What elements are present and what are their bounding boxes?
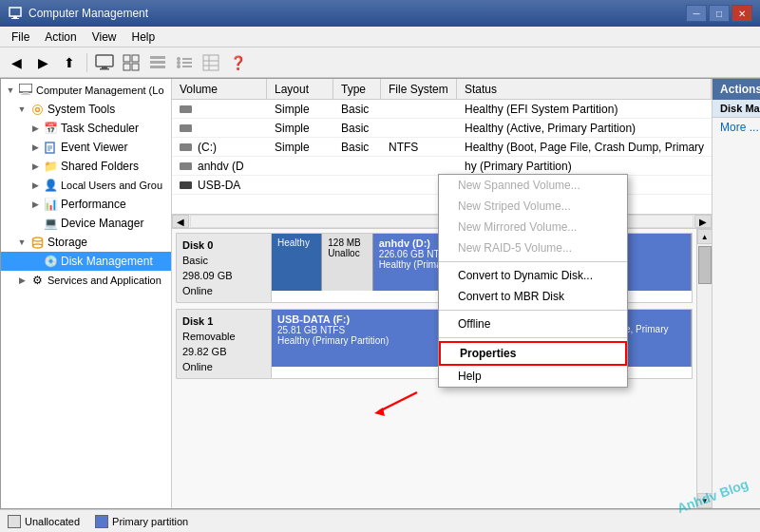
tree-item-performance[interactable]: ▶ 📊 Performance — [1, 195, 171, 214]
view-btn-4[interactable] — [199, 51, 223, 74]
view-btn-3[interactable] — [172, 51, 197, 74]
ctx-new-spanned[interactable]: New Spanned Volume... — [439, 175, 627, 196]
menu-help[interactable]: Help — [124, 28, 163, 46]
actions-item-more[interactable]: More ... ▶ — [712, 118, 760, 137]
svg-rect-36 — [180, 105, 192, 113]
primary-label: Primary partition — [112, 516, 188, 527]
ctx-sep-1 — [439, 261, 627, 262]
tree-label: System Tools — [48, 103, 115, 116]
context-menu: New Spanned Volume... New Striped Volume… — [438, 174, 628, 388]
view-btn-1[interactable] — [119, 51, 143, 74]
col-volume[interactable]: Volume — [172, 79, 267, 99]
ctx-properties[interactable]: Properties — [439, 341, 627, 366]
window-title: Computer Management — [28, 7, 686, 20]
unallocated-label: Unallocated — [25, 516, 80, 527]
disk-icon: 💿 — [43, 254, 58, 269]
tree-item-local-users[interactable]: ▶ 👤 Local Users and Grou — [1, 176, 171, 195]
col-layout[interactable]: Layout — [267, 79, 333, 99]
tree-item-disk-management[interactable]: 💿 Disk Management — [1, 252, 171, 271]
up-button[interactable]: ⬆ — [57, 51, 82, 74]
view-btn-2[interactable] — [145, 51, 170, 74]
scroll-down-btn[interactable]: ▼ — [697, 493, 712, 508]
table-row[interactable]: (C:) Simple Basic NTFS Healthy (Boot, Pa… — [172, 138, 712, 157]
back-button[interactable]: ◀ — [4, 51, 28, 74]
expand-icon: ▶ — [28, 178, 43, 193]
tree-item-storage[interactable]: ▼ Storage — [1, 233, 171, 252]
gear-icon — [29, 102, 45, 117]
services-icon: ⚙ — [29, 273, 45, 288]
svg-rect-11 — [150, 61, 165, 64]
folder-icon: 📁 — [43, 159, 58, 174]
col-status[interactable]: Status — [457, 79, 712, 99]
svg-rect-9 — [132, 64, 139, 70]
menu-view[interactable]: View — [85, 28, 124, 46]
tree-label: Computer Management (Lo — [36, 85, 164, 96]
svg-rect-12 — [150, 66, 165, 68]
menu-action[interactable]: Action — [37, 28, 84, 46]
disk-1-status: Online — [182, 359, 265, 374]
table-row[interactable]: Simple Basic Healthy (Active, Primary Pa… — [172, 119, 712, 138]
svg-point-26 — [35, 107, 39, 111]
svg-rect-2 — [11, 18, 19, 19]
svg-rect-3 — [96, 55, 113, 66]
tree-label: Disk Management — [61, 255, 153, 268]
toolbar-sep-1 — [86, 53, 87, 72]
scroll-right-btn[interactable]: ▶ — [694, 215, 712, 228]
disk-0-status: Online — [182, 283, 265, 298]
scroll-left-btn[interactable]: ◀ — [172, 215, 189, 228]
col-type[interactable]: Type — [333, 79, 381, 99]
tree-item-services[interactable]: ▶ ⚙ Services and Application — [1, 271, 171, 290]
expand-icon: ▶ — [28, 140, 43, 155]
minimize-button[interactable]: ─ — [686, 5, 707, 22]
tree-label: Shared Folders — [61, 160, 139, 173]
toolbar: ◀ ▶ ⬆ ❓ — [0, 48, 760, 78]
tree-item-task-scheduler[interactable]: ▶ 📅 Task Scheduler — [1, 119, 171, 138]
ctx-convert-mbr[interactable]: Convert to MBR Disk — [439, 286, 627, 307]
disk-0-part-0[interactable]: Healthy — [272, 234, 322, 291]
computer-icon — [18, 83, 33, 98]
log-icon — [43, 140, 58, 155]
maximize-button[interactable]: □ — [709, 5, 730, 22]
disk-0-part-unalloc[interactable]: 128 MB Unalloc — [322, 234, 372, 291]
ctx-convert-dynamic[interactable]: Convert to Dynamic Disk... — [439, 265, 627, 286]
table-row[interactable]: anhdv (D hy (Primary Partition) — [172, 157, 712, 176]
calendar-icon: 📅 — [43, 121, 58, 136]
svg-point-17 — [177, 65, 180, 68]
close-button[interactable]: ✕ — [732, 5, 752, 22]
svg-rect-37 — [180, 124, 192, 132]
window-controls: ─ □ ✕ — [686, 5, 752, 22]
svg-rect-40 — [180, 181, 192, 189]
scroll-up-btn[interactable]: ▲ — [697, 229, 712, 244]
expand-icon — [31, 254, 43, 269]
svg-rect-39 — [180, 162, 192, 170]
disk-1-label: Disk 1 Removable 29.82 GB Online — [177, 310, 272, 378]
svg-point-15 — [177, 61, 180, 65]
svg-rect-38 — [180, 143, 192, 151]
ctx-new-mirrored[interactable]: New Mirrored Volume... — [439, 217, 627, 238]
svg-rect-24 — [23, 92, 28, 94]
tree-item-shared-folders[interactable]: ▶ 📁 Shared Folders — [1, 157, 171, 176]
disk-0-type: Basic — [182, 253, 265, 268]
tree-item-system-tools[interactable]: ▼ System Tools — [1, 100, 171, 119]
scroll-thumb[interactable] — [698, 246, 712, 284]
ctx-new-striped[interactable]: New Striped Volume... — [439, 196, 627, 217]
tree-pane[interactable]: ▼ Computer Management (Lo ▼ System Tools… — [1, 79, 172, 508]
expand-icon: ▼ — [14, 235, 29, 250]
computer-button[interactable] — [92, 51, 117, 74]
menu-file[interactable]: File — [4, 28, 37, 46]
more-label: More ... — [720, 121, 759, 134]
disk-0-label: Disk 0 Basic 298.09 GB Online — [177, 234, 272, 302]
ctx-help[interactable]: Help — [439, 366, 627, 387]
table-row[interactable]: Simple Basic Healthy (EFI System Partiti… — [172, 100, 712, 119]
tree-item-root[interactable]: ▼ Computer Management (Lo — [1, 81, 171, 100]
tree-item-device-manager[interactable]: 💻 Device Manager — [1, 214, 171, 233]
ctx-new-raid5[interactable]: New RAID-5 Volume... — [439, 238, 627, 258]
svg-rect-7 — [132, 55, 139, 62]
tree-item-event-viewer[interactable]: ▶ Event Viewer — [1, 138, 171, 157]
ctx-offline[interactable]: Offline — [439, 314, 627, 334]
expand-icon: ▶ — [14, 273, 29, 288]
forward-button[interactable]: ▶ — [30, 51, 55, 74]
help-button[interactable]: ❓ — [225, 51, 250, 74]
vertical-scrollbar[interactable]: ▲ ▼ — [696, 229, 712, 508]
col-filesystem[interactable]: File System — [381, 79, 457, 99]
